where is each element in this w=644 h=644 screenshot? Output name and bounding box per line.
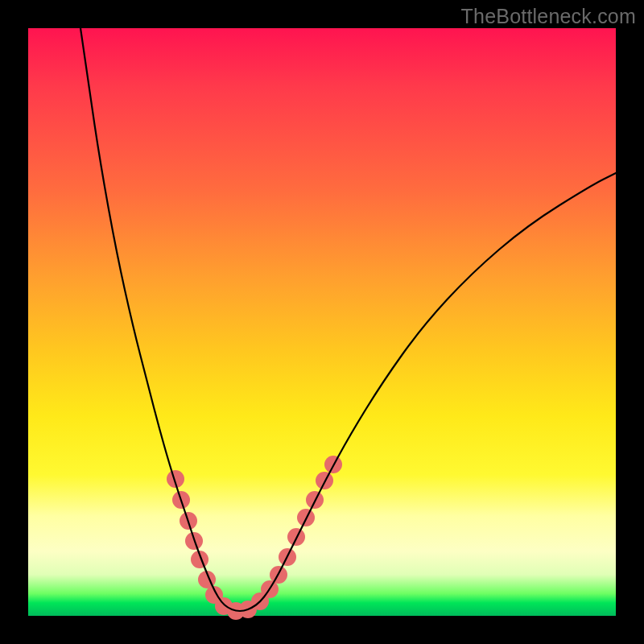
bottleneck-curve	[80, 28, 616, 611]
plot-area	[28, 28, 616, 616]
watermark-text: TheBottleneck.com	[461, 5, 636, 28]
chart-outer-frame: TheBottleneck.com	[0, 0, 644, 644]
curve-svg	[28, 28, 616, 616]
highlight-dot	[316, 472, 333, 489]
